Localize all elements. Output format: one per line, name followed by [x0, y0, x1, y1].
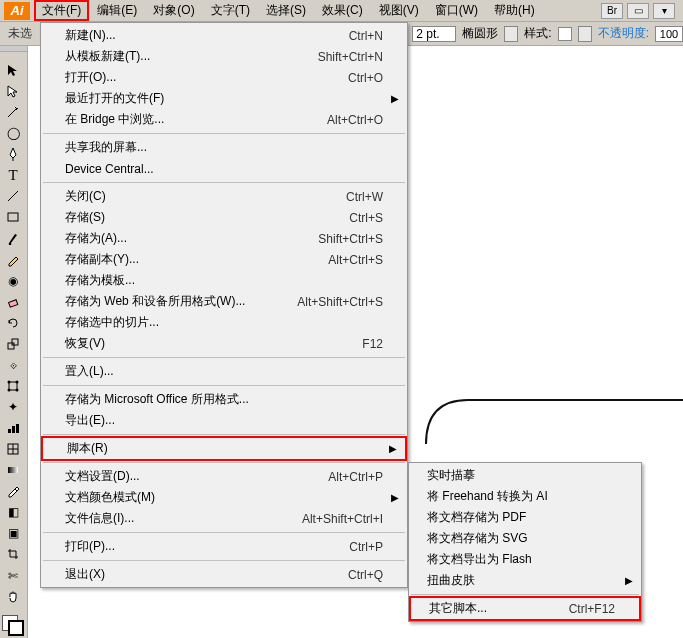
menu-separator: [43, 560, 405, 561]
submenu-arrow-icon: ▶: [391, 492, 399, 503]
submenu-arrow-icon: ▶: [389, 443, 397, 454]
tool-slice[interactable]: ✄: [0, 565, 26, 586]
menu-file[interactable]: 文件(F): [34, 0, 89, 21]
menu-item-shortcut: Alt+Ctrl+P: [273, 470, 383, 484]
file-menu-item[interactable]: 关闭(C)Ctrl+W: [41, 186, 407, 207]
tool-eraser[interactable]: [0, 291, 26, 312]
menu-window[interactable]: 窗口(W): [427, 0, 486, 21]
tool-live-paint[interactable]: ▣: [0, 523, 26, 544]
file-menu-item[interactable]: 存储为(A)...Shift+Ctrl+S: [41, 228, 407, 249]
arrange-dd[interactable]: ▾: [653, 3, 675, 19]
tool-mesh[interactable]: [0, 439, 26, 460]
file-menu-item[interactable]: 脚本(R)▶: [41, 436, 407, 461]
tool-magic-wand[interactable]: [0, 102, 26, 123]
file-menu-item[interactable]: 在 Bridge 中浏览...Alt+Ctrl+O: [41, 109, 407, 130]
menu-bar: Ai 文件(F) 编辑(E) 对象(O) 文字(T) 选择(S) 效果(C) 视…: [0, 0, 683, 22]
tool-eyedropper[interactable]: [0, 481, 26, 502]
tool-rectangle[interactable]: [0, 207, 26, 228]
file-menu-item[interactable]: 最近打开的文件(F)▶: [41, 88, 407, 109]
script-menu-item[interactable]: 将文档导出为 Flash: [409, 549, 641, 570]
tool-lasso[interactable]: ◯: [0, 123, 26, 144]
script-menu-item[interactable]: 将文档存储为 PDF: [409, 507, 641, 528]
menu-separator: [43, 434, 405, 435]
menu-item-label: 恢复(V): [65, 335, 273, 352]
tool-pen[interactable]: [0, 144, 26, 165]
script-menu-item[interactable]: 扭曲皮肤▶: [409, 570, 641, 591]
file-menu-item[interactable]: 存储为 Microsoft Office 所用格式...: [41, 389, 407, 410]
stroke-swatch[interactable]: [8, 620, 24, 636]
tool-type[interactable]: T: [0, 165, 26, 186]
tool-paintbrush[interactable]: [0, 228, 26, 249]
menu-item-shortcut: Ctrl+S: [273, 211, 383, 225]
file-menu-item[interactable]: 存储为 Web 和设备所用格式(W)...Alt+Shift+Ctrl+S: [41, 291, 407, 312]
menu-item-label: 共享我的屏幕...: [65, 139, 273, 156]
tool-crop[interactable]: [0, 544, 26, 565]
tool-pencil[interactable]: [0, 249, 26, 270]
tool-line[interactable]: [0, 186, 26, 207]
style-swatch[interactable]: [558, 27, 572, 41]
file-menu-item[interactable]: 导出(E)...: [41, 410, 407, 431]
menu-edit[interactable]: 编辑(E): [89, 0, 145, 21]
opacity-label: 不透明度:: [598, 25, 649, 42]
menu-object[interactable]: 对象(O): [145, 0, 202, 21]
style-dropdown[interactable]: [578, 26, 592, 42]
script-menu-item[interactable]: 将文档存储为 SVG: [409, 528, 641, 549]
menu-item-label: 关闭(C): [65, 188, 273, 205]
file-menu-item[interactable]: 存储副本(Y)...Alt+Ctrl+S: [41, 249, 407, 270]
file-menu-item[interactable]: 文件信息(I)...Alt+Shift+Ctrl+I: [41, 508, 407, 529]
menu-item-label: 存储为(A)...: [65, 230, 273, 247]
arrange-button[interactable]: ▭: [627, 3, 649, 19]
file-menu-item[interactable]: 置入(L)...: [41, 361, 407, 382]
menu-effect[interactable]: 效果(C): [314, 0, 371, 21]
bridge-button[interactable]: Br: [601, 3, 623, 19]
menu-select[interactable]: 选择(S): [258, 0, 314, 21]
tool-symbol-sprayer[interactable]: ✦: [0, 396, 26, 417]
menu-text[interactable]: 文字(T): [203, 0, 258, 21]
file-menu-item[interactable]: 从模板新建(T)...Shift+Ctrl+N: [41, 46, 407, 67]
svg-point-9: [16, 388, 19, 391]
color-swatches[interactable]: [0, 613, 26, 638]
tool-rotate[interactable]: [0, 312, 26, 333]
svg-line-0: [8, 191, 18, 201]
menu-item-label: 退出(X): [65, 566, 273, 583]
file-menu-item[interactable]: 存储(S)Ctrl+S: [41, 207, 407, 228]
menu-item-label: 将文档存储为 PDF: [427, 509, 617, 526]
tool-gradient[interactable]: [0, 460, 26, 481]
tool-graph[interactable]: [0, 418, 26, 439]
tool-free-transform[interactable]: [0, 375, 26, 396]
menu-item-label: Device Central...: [65, 162, 273, 176]
file-menu-item[interactable]: 共享我的屏幕...: [41, 137, 407, 158]
file-menu-item[interactable]: 文档设置(D)...Alt+Ctrl+P: [41, 466, 407, 487]
tool-scale[interactable]: [0, 333, 26, 354]
opacity-field[interactable]: 100: [655, 26, 683, 42]
script-menu-item[interactable]: 将 Freehand 转换为 AI: [409, 486, 641, 507]
tool-blend[interactable]: ◧: [0, 502, 26, 523]
tool-hand[interactable]: [0, 586, 26, 607]
menu-item-shortcut: Ctrl+N: [273, 29, 383, 43]
file-menu-item[interactable]: 打开(O)...Ctrl+O: [41, 67, 407, 88]
stroke-dropdown[interactable]: [504, 26, 518, 42]
file-menu-item[interactable]: 打印(P)...Ctrl+P: [41, 536, 407, 557]
submenu-arrow-icon: ▶: [625, 575, 633, 586]
menu-view[interactable]: 视图(V): [371, 0, 427, 21]
file-menu-item[interactable]: 文档颜色模式(M)▶: [41, 487, 407, 508]
file-menu-item[interactable]: 恢复(V)F12: [41, 333, 407, 354]
file-menu-item[interactable]: 退出(X)Ctrl+Q: [41, 564, 407, 585]
file-menu-item[interactable]: 存储为模板...: [41, 270, 407, 291]
menu-item-label: 存储选中的切片...: [65, 314, 273, 331]
tool-blob-brush[interactable]: ◉: [0, 270, 26, 291]
svg-point-7: [16, 380, 19, 383]
menu-item-label: 打印(P)...: [65, 538, 273, 555]
tool-direct-select[interactable]: [0, 81, 26, 102]
stroke-weight-field[interactable]: 2 pt.: [412, 26, 456, 42]
tool-warp[interactable]: ⟐: [0, 354, 26, 375]
menu-help[interactable]: 帮助(H): [486, 0, 543, 21]
tool-selection[interactable]: [0, 59, 26, 80]
svg-rect-11: [12, 426, 15, 433]
menu-item-shortcut: Alt+Shift+Ctrl+S: [273, 295, 383, 309]
file-menu-item[interactable]: Device Central...: [41, 158, 407, 179]
file-menu-item[interactable]: 新建(N)...Ctrl+N: [41, 25, 407, 46]
script-menu-item[interactable]: 其它脚本...Ctrl+F12: [409, 596, 641, 621]
file-menu-item[interactable]: 存储选中的切片...: [41, 312, 407, 333]
script-menu-item[interactable]: 实时描摹: [409, 465, 641, 486]
